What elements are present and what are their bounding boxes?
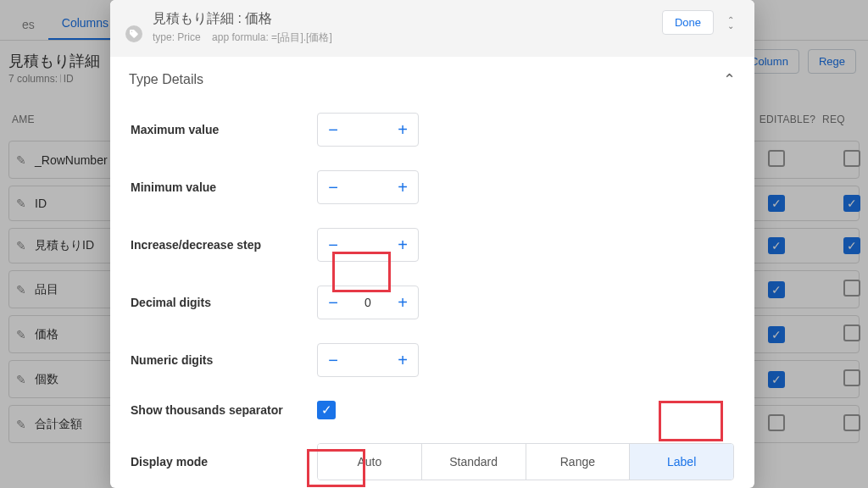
link-icon: 𝄀 [60,73,63,85]
min-value-display [348,171,387,203]
editable-checkbox [768,237,785,254]
numeric-value-display [348,344,387,376]
step-value-display [348,229,387,261]
max-value-display [348,114,387,146]
required-checkbox [843,280,860,297]
label-decimal-digits: Decimal digits [131,296,317,309]
done-button[interactable]: Done [662,10,714,35]
modal-title: 見積もり詳細 : 価格 [153,10,652,28]
label-step: Increase/decrease step [131,238,317,252]
editable-checkbox [768,281,785,298]
section-title: Type Details [129,72,203,87]
required-checkbox [843,414,860,431]
display-mode-option[interactable]: Label [630,444,733,480]
bg-col-editable: EDITABLE? [753,114,822,125]
bg-id-label: ID [64,73,74,85]
display-mode-option[interactable]: Range [526,444,631,480]
minus-icon[interactable]: − [318,171,348,203]
decimal-value-display: 0 [348,286,387,319]
type-value: Price [177,31,200,43]
bg-regenerate-button: Rege [808,49,856,74]
required-checkbox [843,195,860,212]
plus-icon[interactable]: + [387,114,418,146]
display-mode-segmented[interactable]: AutoStandardRangeLabel [317,443,734,480]
pencil-icon: ✎ [16,418,28,431]
editable-checkbox [768,414,785,431]
step-stepper[interactable]: − + [317,228,419,262]
formula-value: =[品目].[価格] [271,31,332,43]
label-numeric-digits: Numeric digits [131,353,317,367]
plus-icon[interactable]: + [387,229,418,261]
bg-columns-count: 7 columns: [8,73,58,85]
display-mode-option[interactable]: Standard [422,444,526,480]
editable-checkbox [768,326,785,343]
bg-col-name: AME [12,114,122,125]
editable-checkbox [768,371,785,388]
display-mode-option[interactable]: Auto [318,444,422,480]
chevron-up-icon[interactable]: ⌃ [723,70,736,89]
type-label: type: [153,31,175,43]
editable-checkbox [768,195,785,212]
label-minimum-value: Minimum value [131,180,317,194]
thousands-separator-checkbox[interactable] [317,401,336,419]
maximum-value-stepper[interactable]: − + [317,113,419,147]
pencil-icon: ✎ [16,239,28,252]
label-display-mode: Display mode [131,455,317,469]
label-maximum-value: Maximum value [131,123,317,136]
editable-checkbox [768,150,785,167]
pencil-icon: ✎ [16,283,28,297]
label-thousands-separator: Show thousands separator [131,403,317,417]
pencil-icon: ✎ [16,197,28,210]
bg-col-required: REQ [822,114,856,125]
numeric-digits-stepper[interactable]: − + [317,343,419,377]
required-checkbox [843,324,860,341]
required-checkbox [843,369,860,386]
expand-collapse-icon[interactable]: ⌃⌄ [722,17,739,29]
decimal-digits-stepper[interactable]: − 0 + [317,286,419,319]
plus-icon[interactable]: + [387,171,418,203]
column-settings-modal: 見積もり詳細 : 価格 type: Price app formula: =[品… [110,0,754,488]
minus-icon[interactable]: − [318,229,348,261]
plus-icon[interactable]: + [387,344,418,376]
pencil-icon: ✎ [16,153,28,167]
tag-icon [125,25,142,42]
minus-icon[interactable]: − [318,114,348,146]
required-checkbox [843,237,860,254]
required-checkbox [843,150,860,167]
plus-icon[interactable]: + [387,286,418,319]
minus-icon[interactable]: − [318,286,348,319]
minus-icon[interactable]: − [318,344,348,376]
pencil-icon: ✎ [16,328,28,341]
bg-tab: es [8,9,48,40]
bg-table-title: 見積もり詳細 [8,51,100,71]
minimum-value-stepper[interactable]: − + [317,170,419,204]
pencil-icon: ✎ [16,373,28,386]
formula-label: app formula: [212,31,269,43]
